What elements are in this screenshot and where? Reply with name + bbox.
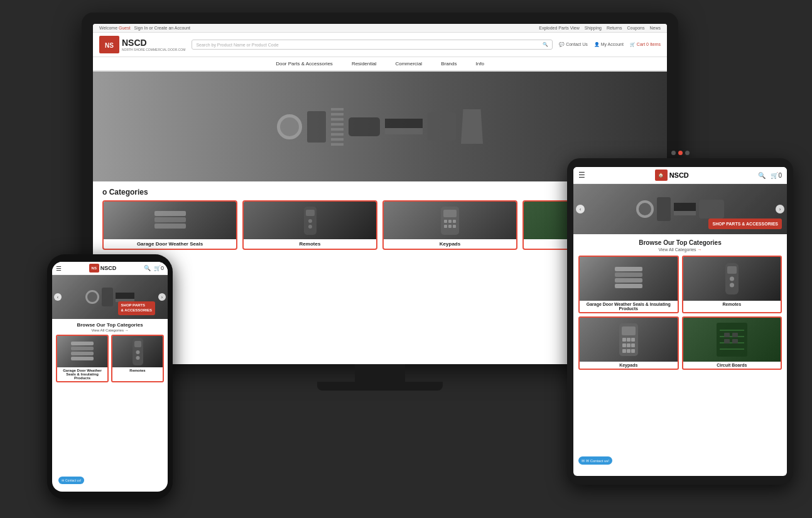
tablet-weather-seal-img [580, 257, 678, 301]
tablet-hero-next[interactable]: › [776, 205, 784, 213]
tablet-header: ☰ 🏠 NSCD 🔍 🛒0 [573, 167, 787, 184]
nav-item-info[interactable]: Info [475, 61, 484, 67]
tablet-circuit-boards-label: Circuit Boards [683, 362, 781, 369]
nav-item-commercial[interactable]: Commercial [395, 61, 422, 67]
tablet-remotes-img [683, 257, 781, 301]
tablet-logo-icon: 🏠 [655, 170, 668, 181]
tablet-view-all[interactable]: View All Categories → [578, 247, 782, 252]
logo-subtitle: NORTH SHORE COMMERCIAL DOOR.COM [122, 48, 185, 51]
svg-rect-11 [444, 220, 447, 223]
desktop-topbar: Welcome Guest Sign In or Create an Accou… [93, 24, 667, 33]
phone-header: ☰ NS NSCD 🔍 🛒0 [52, 262, 168, 275]
guest-link[interactable]: Guest [119, 26, 131, 30]
welcome-label: Welcome [99, 26, 117, 30]
tablet-contact-label: ✉ Contact us! [586, 458, 609, 463]
phone-remotes-img [112, 336, 163, 367]
svg-rect-39 [622, 349, 626, 353]
svg-point-30 [730, 283, 734, 288]
svg-rect-14 [444, 225, 447, 228]
phone-hero-next[interactable]: › [158, 293, 166, 301]
svg-rect-54 [71, 357, 94, 360]
category-card-weather-seals[interactable]: Garage Door Weather Seals [102, 200, 237, 250]
phone-search-icon[interactable]: 🔍 [144, 265, 151, 271]
phone-website: ☰ NS NSCD 🔍 🛒0 [52, 262, 168, 492]
tablet-cart-icon[interactable]: 🛒0 [771, 172, 782, 179]
news-link[interactable]: News [649, 26, 661, 30]
tablet-contact-btn[interactable]: ✉ ✉ Contact us! [578, 456, 612, 465]
nav-item-door-parts[interactable]: Door Parts & Accessories [276, 61, 333, 67]
create-account-link[interactable]: Create an Account [154, 26, 190, 30]
contact-us-btn[interactable]: 💬 Contact Us [559, 42, 588, 47]
tablet-weather-seal-label: Garage Door Weather Seals & Insulating P… [580, 301, 678, 312]
signin-link[interactable]: Sign In [134, 26, 148, 30]
svg-rect-23 [615, 267, 642, 271]
svg-point-8 [308, 225, 312, 229]
monitor-base [317, 382, 443, 391]
site-logo[interactable]: NS NSCD NORTH SHORE COMMERCIAL DOOR.COM [99, 36, 185, 53]
svg-point-29 [730, 277, 734, 281]
svg-rect-4 [154, 224, 186, 229]
desktop-nav: Door Parts & Accessories Residential Com… [93, 57, 667, 72]
tablet-search-icon[interactable]: 🔍 [758, 172, 766, 179]
svg-point-57 [136, 350, 139, 354]
returns-link[interactable]: Returns [607, 26, 622, 30]
svg-rect-40 [627, 349, 631, 353]
tablet-dot-1 [671, 151, 676, 155]
coupons-link[interactable]: Coupons [627, 26, 644, 30]
tablet-screen: ☰ 🏠 NSCD 🔍 🛒0 [573, 167, 787, 476]
hero-part-opener [657, 197, 671, 221]
svg-rect-51 [71, 342, 94, 345]
tablet-browse-section: Browse Our Top Categories View All Categ… [573, 234, 787, 372]
tablet-logo[interactable]: 🏠 NSCD [655, 170, 689, 181]
my-account-btn[interactable]: 👤 My Account [594, 42, 624, 47]
svg-rect-48 [732, 333, 738, 337]
remotes-image [244, 202, 376, 239]
tablet-cat-remotes[interactable]: Remotes [682, 256, 782, 313]
svg-rect-34 [627, 338, 631, 342]
tablet-menu-icon[interactable]: ☰ [578, 171, 585, 180]
hero-part-panel [699, 200, 724, 219]
phone-hero: ‹ › SHOP PARTS& ACCESSORIES [52, 275, 168, 319]
phone-logo[interactable]: NS NSCD [89, 264, 117, 272]
category-card-keypads[interactable]: Keypads [382, 200, 517, 250]
phone-contact-icon: ✉ [62, 478, 64, 482]
keypads-image [384, 202, 516, 239]
svg-rect-52 [71, 347, 94, 350]
tablet-dot-3 [685, 151, 690, 155]
phone-device: ☰ NS NSCD 🔍 🛒0 [47, 254, 173, 499]
tablet-cat-weather-seals[interactable]: Garage Door Weather Seals & Insulating P… [578, 256, 679, 313]
phone-hero-prev[interactable]: ‹ [54, 293, 62, 301]
svg-rect-41 [631, 349, 635, 353]
cart-btn[interactable]: 🛒 Cart 0 Items [630, 42, 661, 47]
svg-text:NS: NS [105, 42, 114, 49]
tablet-circuit-boards-img [683, 318, 781, 362]
exploded-parts-link[interactable]: Exploded Parts View [539, 26, 579, 30]
phone-cat-weather-seals[interactable]: Garage Door Weather Seals & Insulating P… [56, 335, 109, 382]
tablet-cat-circuit-boards[interactable]: Circuit Boards [682, 316, 782, 370]
tablet-hero-prev[interactable]: ‹ [576, 205, 585, 213]
category-card-remotes[interactable]: Remotes [242, 200, 377, 250]
tablet-cat-keypads[interactable]: Keypads [578, 316, 679, 370]
svg-rect-38 [631, 343, 635, 347]
tablet-hero: ‹ › SHOP PARTS & ACCESSORIES [573, 184, 787, 234]
phone-logo-icon: NS [89, 264, 99, 272]
phone-menu-icon[interactable]: ☰ [56, 265, 62, 272]
phone-hero-badge: SHOP PARTS& ACCESSORIES [118, 301, 155, 315]
svg-rect-2 [154, 211, 186, 216]
phone-cat-remotes[interactable]: Remotes [111, 335, 164, 382]
search-icon[interactable]: 🔍 [543, 42, 548, 47]
phone-view-all[interactable]: View All Categories → [56, 328, 164, 332]
nav-item-brands[interactable]: Brands [441, 61, 457, 67]
monitor-neck [355, 364, 405, 382]
phone-logo-text: NSCD [100, 265, 117, 271]
svg-rect-37 [627, 343, 631, 347]
phone-contact-btn[interactable]: ✉ Contact us! [58, 477, 84, 484]
svg-rect-49 [724, 339, 730, 343]
phone-hero-opener [102, 288, 113, 306]
desktop-search-bar[interactable]: Search by Product Name or Product Code 🔍 [192, 40, 553, 50]
nav-item-residential[interactable]: Residential [352, 61, 377, 67]
shipping-link[interactable]: Shipping [585, 26, 602, 30]
phone-cart-icon[interactable]: 🛒0 [154, 265, 164, 271]
svg-rect-42 [717, 323, 747, 357]
svg-rect-56 [134, 341, 141, 347]
